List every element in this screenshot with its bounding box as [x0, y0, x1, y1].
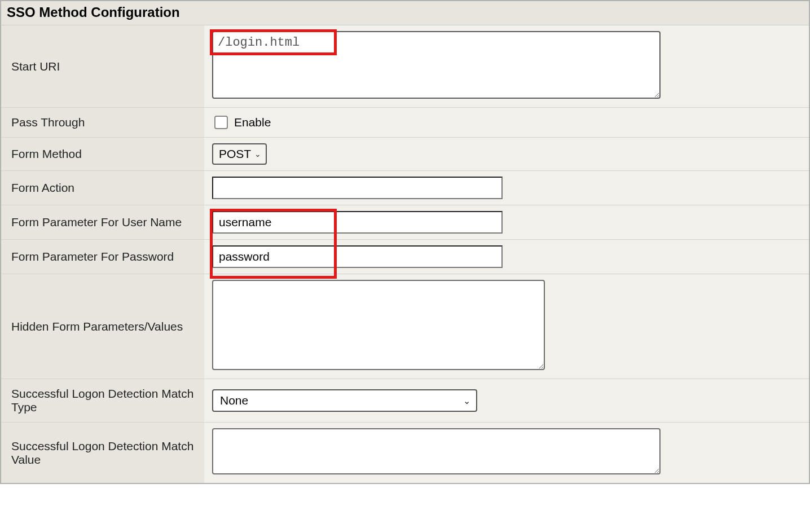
row-logon-match-value: Successful Logon Detection Match Value [1, 423, 809, 483]
logon-match-value-input[interactable] [212, 428, 661, 474]
pass-through-checkbox-wrap: Enable [212, 114, 801, 131]
row-hidden-params: Hidden Form Parameters/Values [1, 274, 809, 379]
form-method-value: POST [219, 147, 254, 161]
label-param-pass: Form Parameter For Password [1, 240, 204, 274]
panel-title: SSO Method Configuration [1, 1, 809, 25]
row-param-user: Form Parameter For User Name [1, 205, 809, 240]
row-pass-through: Pass Through Enable [1, 108, 809, 138]
label-hidden-params: Hidden Form Parameters/Values [1, 274, 204, 379]
label-start-uri: Start URI [1, 25, 204, 108]
start-uri-input[interactable]: /login.html [212, 31, 661, 99]
chevron-down-icon: ⌄ [463, 395, 470, 406]
label-logon-match-value: Successful Logon Detection Match Value [1, 423, 204, 483]
form-action-input[interactable] [212, 177, 503, 199]
chevron-down-icon: ⌄ [254, 150, 261, 159]
pass-through-checkbox[interactable] [214, 116, 228, 129]
row-start-uri: Start URI /login.html [1, 25, 809, 108]
row-param-pass: Form Parameter For Password [1, 240, 809, 274]
label-pass-through: Pass Through [1, 108, 204, 138]
sso-config-panel: SSO Method Configuration Start URI /logi… [0, 0, 810, 484]
label-logon-match-type: Successful Logon Detection Match Type [1, 379, 204, 423]
logon-match-type-select[interactable]: None ⌄ [212, 389, 477, 412]
param-pass-input[interactable] [212, 245, 503, 268]
logon-match-type-value: None [220, 394, 248, 407]
label-form-method: Form Method [1, 138, 204, 171]
config-table: Start URI /login.html Pass Through Enabl… [1, 25, 809, 483]
row-form-method: Form Method POST ⌄ [1, 138, 809, 171]
row-form-action: Form Action [1, 171, 809, 205]
form-method-select[interactable]: POST ⌄ [212, 143, 267, 165]
row-logon-match-type: Successful Logon Detection Match Type No… [1, 379, 809, 423]
label-param-user: Form Parameter For User Name [1, 205, 204, 240]
pass-through-checkbox-label: Enable [234, 116, 271, 129]
hidden-params-input[interactable] [212, 280, 545, 370]
label-form-action: Form Action [1, 171, 204, 205]
param-user-input[interactable] [212, 211, 503, 234]
